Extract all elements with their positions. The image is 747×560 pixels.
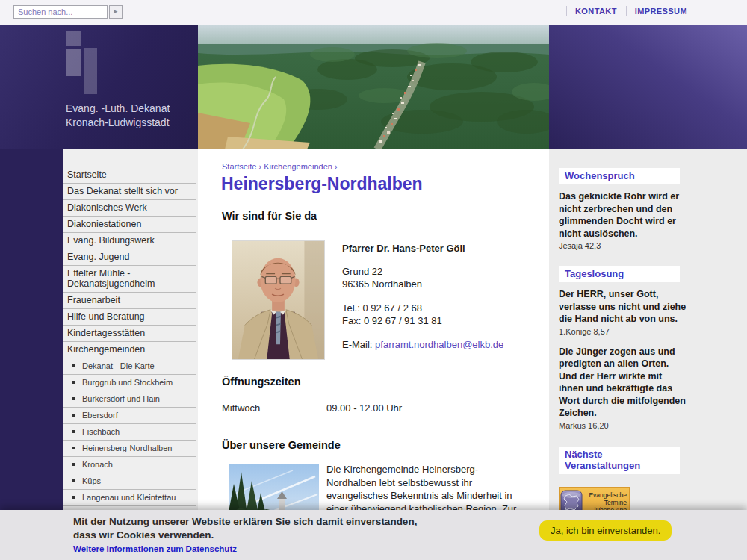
bullet-icon	[72, 364, 75, 367]
veranstaltungen-title: Nächste Veranstaltungen	[559, 447, 680, 474]
sidebar-item-effelter-muehle[interactable]: Effelter Mühle - Dekanatsjugendheim	[63, 266, 196, 293]
tageslosung-source2: Markus 16,20	[559, 421, 747, 430]
bullet-icon	[72, 479, 75, 482]
bullet-icon	[72, 414, 75, 417]
sidebar-subitem-dekanat-karte[interactable]: Dekanat - Die Karte	[63, 358, 196, 375]
sidebar-item-startseite[interactable]: Startseite	[63, 167, 196, 184]
logo-icon	[66, 31, 81, 46]
left-dark-column	[0, 149, 63, 510]
kontakt-link[interactable]: KONTAKT	[566, 6, 626, 16]
cookie-text: Mit der Nutzung unserer Website erklären…	[73, 515, 417, 542]
section-heading-about: Über unsere Gemeinde	[222, 439, 341, 451]
bullet-icon	[72, 496, 75, 499]
impressum-link[interactable]: IMPRESSUM	[626, 6, 696, 16]
sidebar-subitem-fischbach[interactable]: Fischbach	[63, 424, 196, 441]
site-name: Evang. -Luth. Dekanat Kronach-Ludwigssta…	[66, 102, 170, 130]
sidebar-item-diakoniestationen[interactable]: Diakoniestationen	[63, 217, 196, 233]
pastor-contact-block: Pfarrer Dr. Hans-Peter Göll Grund 22 963…	[342, 242, 503, 351]
wochenspruch-text: Das geknickte Rohr wird er nicht zerbrec…	[559, 190, 699, 240]
email-link[interactable]: pfarramt.nordhalben@elkb.de	[375, 339, 503, 350]
main-content: Startseite›Kirchengemeinden› Heinersberg…	[198, 149, 549, 510]
section-heading-hours: Öffnungszeiten	[222, 376, 301, 388]
search-input[interactable]	[13, 5, 108, 19]
sidebar-item-bildungswerk[interactable]: Evang. Bildungswerk	[63, 233, 196, 249]
search-submit-button[interactable]: ►	[109, 5, 123, 19]
sidebar-item-kindertagesstaetten[interactable]: Kindertagesstätten	[63, 326, 196, 342]
top-links: KONTAKT IMPRESSUM	[566, 6, 696, 16]
sidebar-subitem-heinersberg-nordhalben[interactable]: Heinersberg-Nordhalben	[63, 441, 196, 457]
sidebar-subitem-burggrub[interactable]: Burggrub und Stockheim	[63, 375, 196, 391]
cookie-banner: Mit der Nutzung unserer Website erklären…	[0, 510, 747, 560]
pastor-email-row: E-Mail: pfarramt.nordhalben@elkb.de	[342, 338, 503, 351]
bullet-icon	[72, 430, 75, 433]
pastor-street: Grund 22	[342, 265, 503, 278]
sidebar-item-hilfe-beratung[interactable]: Hilfe und Beratung	[63, 309, 196, 326]
bullet-icon	[72, 397, 75, 400]
logo-icon	[66, 49, 81, 76]
pastor-photo	[232, 240, 325, 360]
breadcrumb-separator: ›	[256, 162, 264, 171]
bullet-icon	[72, 463, 75, 466]
sidebar-item-jugend[interactable]: Evang. Jugend	[63, 249, 196, 266]
breadcrumb: Startseite›Kirchengemeinden›	[222, 162, 340, 171]
sidebar-subitem-langenau[interactable]: Langenau und Kleintettau	[63, 490, 196, 506]
bullet-icon	[72, 447, 75, 449]
pastor-city: 96365 Nordhalben	[342, 278, 503, 290]
tageslosung-verse1: Der HERR, unser Gott, verlasse uns nicht…	[559, 288, 699, 326]
tageslosung-source1: 1.Könige 8,57	[559, 327, 747, 336]
sidebar-subitem-kueps[interactable]: Küps	[63, 473, 196, 490]
search-arrow-icon: ►	[113, 8, 119, 15]
wochenspruch-title: Wochenspruch	[559, 168, 680, 184]
page-header: Evang. -Luth. Dekanat Kronach-Ludwigssta…	[0, 25, 747, 149]
breadcrumb-startseite[interactable]: Startseite	[222, 162, 256, 171]
hours-time: 09.00 - 12.00 Uhr	[326, 402, 402, 414]
sidebar-navigation: Startseite Das Dekanat stellt sich vor D…	[63, 167, 198, 506]
breadcrumb-separator: ›	[332, 162, 340, 171]
tageslosung-verse2: Die Jünger zogen aus und predigten an al…	[559, 346, 699, 420]
pastor-fax: Fax: 0 92 67 / 91 31 81	[342, 314, 503, 327]
bullet-icon	[72, 381, 75, 384]
pastor-name: Pfarrer Dr. Hans-Peter Göll	[342, 242, 503, 255]
top-bar: ► KONTAKT IMPRESSUM	[0, 0, 747, 25]
tageslosung-title: Tageslosung	[559, 266, 680, 282]
header-aerial-photo	[198, 25, 549, 149]
hours-day: Mittwoch	[222, 402, 260, 414]
logo-icon	[84, 48, 97, 94]
cookie-accept-button[interactable]: Ja, ich bin einverstanden.	[539, 520, 672, 541]
email-label: E-Mail:	[342, 339, 375, 350]
section-heading-contact: Wir sind für Sie da	[222, 210, 317, 222]
right-sidebar: Wochenspruch Das geknickte Rohr wird er …	[549, 149, 747, 510]
sidebar-subitem-ebersdorf[interactable]: Ebersdorf	[63, 408, 196, 424]
breadcrumb-kirchengemeinden[interactable]: Kirchengemeinden	[264, 162, 332, 171]
sidebar-item-diakonisches-werk[interactable]: Diakonisches Werk	[63, 200, 196, 217]
sidebar-item-frauenarbeit[interactable]: Frauenarbeit	[63, 293, 196, 309]
pastor-tel: Tel.: 0 92 67 / 2 68	[342, 302, 503, 314]
sidebar-item-dekanat[interactable]: Das Dekanat stellt sich vor	[63, 184, 196, 200]
sidebar-subitem-kronach[interactable]: Kronach	[63, 457, 196, 473]
header-logo-area: Evang. -Luth. Dekanat Kronach-Ludwigssta…	[0, 25, 198, 149]
sidebar-item-kirchengemeinden[interactable]: Kirchengemeinden	[63, 342, 196, 358]
sidebar-subitem-burkersdorf[interactable]: Burkersdorf und Hain	[63, 391, 196, 408]
page-title: Heinersberg-Nordhalben	[221, 174, 423, 194]
about-text: Die Kirchengemeinde Heinersberg- Nordhal…	[326, 463, 528, 515]
opening-hours-row: Mittwoch 09.00 - 12.00 Uhr	[222, 402, 260, 414]
datenschutz-link[interactable]: Weitere Informationen zum Datenschutz	[73, 544, 237, 553]
header-gradient-panel	[549, 25, 747, 149]
wochenspruch-source: Jesaja 42,3	[559, 241, 747, 250]
